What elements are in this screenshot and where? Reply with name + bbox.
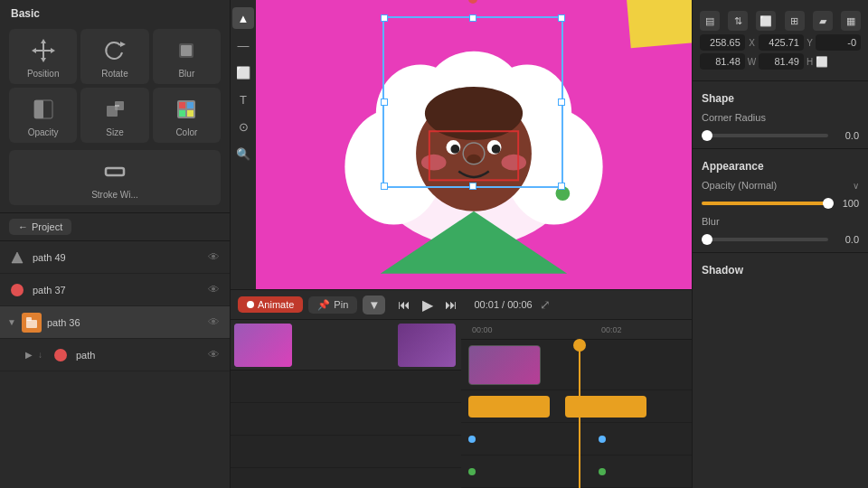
layer-eye-path49[interactable]: 👁 [204, 249, 222, 267]
stroke-label: Stroke Wi... [91, 190, 138, 200]
svg-marker-2 [41, 39, 46, 43]
expand-timeline-button[interactable]: ⤢ [540, 297, 551, 312]
opacity-slider[interactable] [702, 202, 828, 205]
keyframe-green-2[interactable] [599, 468, 606, 475]
keyframe-blue-2[interactable] [599, 436, 606, 443]
layer-row-path49[interactable]: path 49 👁 [0, 241, 230, 274]
position-icon [29, 36, 58, 65]
coord-y-input[interactable] [759, 34, 804, 51]
color-icon [172, 95, 201, 124]
opacity-mode-label: Opacity (Normal) [702, 180, 847, 191]
right-icon-row: ▤ ⇅ ⬜ ⊞ ▰ ▦ [693, 7, 868, 34]
rewind-button[interactable]: ⏮ [394, 295, 414, 314]
opacity-slider-row: 100 [693, 194, 868, 212]
divider-2 [693, 252, 868, 253]
tool-opacity[interactable]: Opacity [9, 88, 77, 143]
opacity-label: Opacity [28, 127, 59, 137]
shadow-title: Shadow [693, 257, 868, 280]
svg-marker-6 [120, 42, 126, 47]
corner-radius-slider[interactable] [702, 134, 828, 137]
coord-z-input[interactable] [816, 34, 861, 51]
back-project-button[interactable]: ← Project [9, 219, 71, 235]
svg-point-37 [421, 155, 447, 171]
layer-name-path: path [76, 350, 199, 361]
coord-w-input[interactable] [700, 53, 745, 70]
play-button[interactable]: ▶ [418, 295, 438, 314]
layer-row-path36[interactable]: ▼ path 36 👁 [0, 306, 230, 339]
layer-row-path37[interactable]: path 37 👁 [0, 274, 230, 306]
svg-rect-15 [179, 102, 185, 108]
tool-color[interactable]: Color [153, 88, 221, 143]
coord-x-label: X [748, 38, 756, 48]
tool-blur[interactable]: Blur [153, 29, 221, 84]
track-clip-0-a[interactable] [468, 396, 550, 418]
timeline-tracks-area: 00:00 00:02 00:04 [461, 320, 692, 488]
thumb-item-1[interactable] [234, 324, 292, 367]
playhead[interactable] [579, 340, 580, 488]
layer-eye-path36[interactable]: 👁 [204, 314, 222, 332]
back-arrow-icon: ← [18, 221, 28, 232]
layer-eye-path37[interactable]: 👁 [204, 281, 222, 299]
fast-forward-button[interactable]: ⏭ [441, 295, 461, 314]
ruler-1: 00:02 [601, 325, 622, 334]
blur-slider[interactable] [702, 238, 828, 241]
opacity-thumb[interactable] [823, 198, 834, 209]
tool-size[interactable]: Size [80, 88, 148, 143]
corner-radius-thumb[interactable] [702, 130, 712, 141]
layer-name-path37: path 37 [33, 285, 199, 296]
expand-icon-path36[interactable]: ▼ [7, 317, 16, 327]
opacity-icon [29, 95, 58, 124]
select-tool-btn[interactable]: ▲ [232, 7, 254, 29]
blur-value: 0.0 [834, 234, 859, 245]
right-icon-0[interactable]: ▤ [700, 11, 720, 31]
right-icon-2[interactable]: ⬜ [756, 11, 776, 31]
back-project-bar: ← Project [0, 212, 230, 241]
tool-rotate[interactable]: Rotate [80, 29, 148, 84]
pin-button[interactable]: 📌 Pin [308, 296, 357, 314]
layer-row-path[interactable]: ▶ ↓ path 👁 [0, 339, 230, 371]
track-row-0 [461, 390, 692, 423]
coord-h-label: H [807, 57, 813, 67]
tool-position[interactable]: Position [9, 29, 77, 84]
blur-label: Blur [178, 69, 194, 79]
line-tool-btn[interactable]: — [232, 34, 254, 56]
dropdown-button[interactable]: ▼ [363, 296, 385, 314]
layer-icon-path [51, 345, 71, 365]
right-icon-4[interactable]: ▰ [813, 11, 833, 31]
canvas-area[interactable]: ▲ — ⬜ T ⊙ 🔍 [231, 0, 692, 289]
keyframe-blue-1[interactable] [468, 436, 476, 443]
coord-fields: X Y W H ⬜ [693, 34, 868, 77]
timeline-layer-spacer-1 [231, 403, 461, 436]
svg-marker-4 [32, 48, 36, 53]
right-icon-5[interactable]: ▦ [841, 11, 861, 31]
track-clip-0-b[interactable] [565, 396, 646, 418]
expand-icon-path[interactable]: ▶ [25, 350, 33, 360]
timeline-left [231, 320, 461, 488]
coord-h-input[interactable] [759, 53, 804, 70]
keyframe-green-1[interactable] [468, 468, 476, 475]
playhead-circle [573, 339, 586, 352]
text-tool-btn[interactable]: T [232, 89, 254, 110]
blur-thumb[interactable] [702, 234, 712, 245]
thumb-item-2[interactable] [398, 324, 456, 367]
ruler-0: 00:00 [472, 325, 493, 334]
right-icon-1[interactable]: ⇅ [728, 11, 748, 31]
track-thumb-1[interactable] [468, 345, 541, 385]
right-icon-3[interactable]: ⊞ [785, 11, 805, 31]
tools-grid: Position Rotate [0, 25, 230, 150]
position-label: Position [27, 69, 60, 79]
opacity-chevron-icon[interactable]: ∨ [853, 181, 859, 191]
coord-x-input[interactable] [700, 34, 745, 51]
record-dot [247, 301, 254, 308]
track-row-2 [461, 455, 692, 488]
appearance-title: Appearance [693, 153, 868, 176]
rect-tool-btn[interactable]: ⬜ [232, 61, 254, 83]
layer-eye-path[interactable]: 👁 [204, 346, 222, 364]
shape-title: Shape [693, 85, 868, 108]
anchor-tool-btn[interactable]: ⊙ [232, 116, 254, 137]
svg-rect-16 [187, 102, 193, 108]
blur-prop-label: Blur [702, 216, 859, 227]
tool-stroke[interactable]: Stroke Wi... [9, 150, 221, 205]
animate-button[interactable]: Animate [238, 296, 303, 313]
zoom-tool-btn[interactable]: 🔍 [232, 143, 254, 164]
